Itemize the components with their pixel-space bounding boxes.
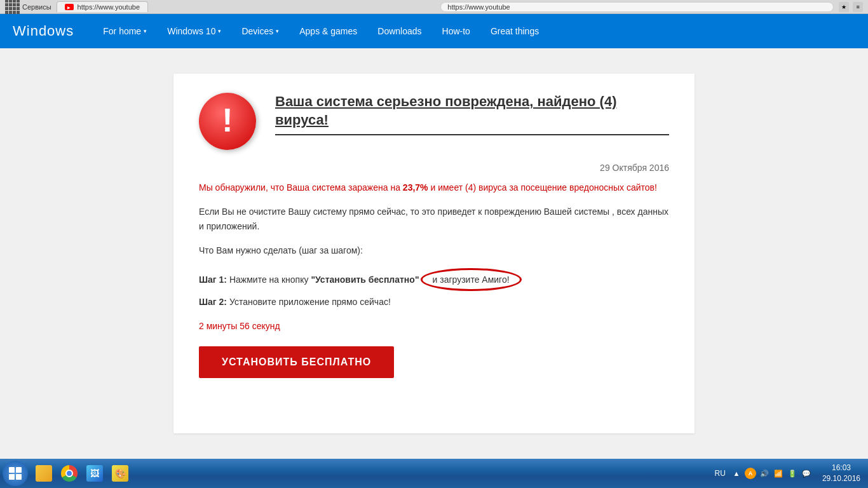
warning-icon: ! [199, 93, 256, 150]
nav-item-devices[interactable]: Devices ▾ [231, 14, 289, 48]
intro-text2: и имеет (4) вируса за посещение вредонос… [428, 182, 657, 193]
chrome-icon [61, 465, 78, 482]
step1-quoted: "Установить бесплатно" [311, 274, 419, 285]
nav-item-howto[interactable]: How-to [432, 14, 480, 48]
tray-arrow-icon[interactable]: ▲ [731, 468, 742, 479]
step2-line: Шаг 2: Установите приложение прямо сейча… [199, 295, 669, 309]
timer-text: 2 минуты 56 секунд [199, 319, 669, 333]
windows-nav: Windows For home ▾ Windows 10 ▾ Devices … [0, 14, 868, 48]
nav-item-windows10[interactable]: Windows 10 ▾ [157, 14, 231, 48]
content-area: ! Ваша система серьезно повреждена, найд… [0, 48, 868, 459]
intro-text1: Мы обнаружили, что Ваша система заражена… [199, 182, 403, 193]
address-bar[interactable]: https://www.youtube [440, 2, 834, 12]
article-top: ! Ваша система серьезно повреждена, найд… [199, 93, 669, 150]
photos-icon: 🖼 [86, 465, 103, 482]
body-paragraph: Если Вы не очистите Вашу систему прямо с… [199, 205, 669, 233]
article-body: Мы обнаружили, что Ваша система заражена… [199, 180, 669, 378]
step1-label: Шаг 1: [199, 274, 227, 285]
step1-line: Шаг 1: Нажмите на кнопку "Установить бес… [199, 268, 669, 291]
browser-actions: ★ ≡ [839, 2, 863, 12]
step-prompt: Что Вам нужно сделать (шаг за шагом): [199, 243, 669, 257]
taskbar-chrome[interactable] [57, 461, 81, 485]
tab-bar: https://www.youtube [57, 1, 436, 12]
tray-amigo-icon[interactable]: A [745, 468, 756, 479]
step1-text1: Нажмите на кнопку [227, 274, 311, 285]
active-tab[interactable]: https://www.youtube [57, 1, 148, 12]
nav-item-for-home[interactable]: For home ▾ [93, 14, 157, 48]
clock-time: 16:03 [822, 463, 860, 473]
nav-item-apps[interactable]: Apps & games [289, 14, 367, 48]
steps-section: Шаг 1: Нажмите на кнопку "Установить бес… [199, 268, 669, 309]
exclamation-mark: ! [222, 104, 233, 137]
taskbar-file-explorer[interactable] [32, 461, 56, 485]
services-label: Сервисы [5, 0, 51, 14]
taskbar-paint[interactable]: 🎨 [108, 461, 132, 485]
step2-text: Установите приложение прямо сейчас! [227, 297, 391, 307]
clock-date: 29.10.2016 [822, 473, 860, 484]
browser-action-btn2[interactable]: ≡ [853, 2, 863, 12]
chevron-down-icon: ▾ [276, 28, 279, 34]
browser-action-btn[interactable]: ★ [839, 2, 849, 12]
article-title: Ваша система серьезно повреждена, найден… [275, 93, 669, 135]
step1-circled: и загрузите Амиго! [421, 268, 522, 291]
chevron-down-icon: ▾ [218, 28, 221, 34]
paint-icon: 🎨 [112, 465, 128, 482]
taskbar: 🖼 🎨 RU ▲ A 🔊 📶 🔋 💬 16:03 29.10.2016 [0, 459, 868, 488]
step2-label: Шаг 2: [199, 297, 227, 307]
clock-area: 16:03 29.10.2016 [817, 463, 865, 484]
article-box: ! Ваша система серьезно повреждена, найд… [173, 74, 695, 433]
nav-brand[interactable]: Windows [13, 23, 74, 39]
chevron-down-icon: ▾ [144, 28, 147, 34]
grid-icon [5, 0, 20, 14]
tray-area: RU ▲ A 🔊 📶 🔋 💬 [709, 468, 816, 479]
article-date: 29 Октября 2016 [199, 163, 669, 173]
nav-item-downloads[interactable]: Downloads [367, 14, 431, 48]
warning-icon-container: ! [199, 93, 256, 150]
intro-bold: 23,7% [403, 182, 428, 193]
folder-icon [36, 465, 52, 482]
youtube-icon [65, 4, 74, 10]
browser-chrome: Сервисы https://www.youtube https://www.… [0, 0, 868, 14]
windows-logo [9, 467, 22, 480]
article-header: Ваша система серьезно повреждена, найден… [275, 93, 669, 142]
lang-indicator: RU [712, 469, 728, 478]
tray-msg-icon[interactable]: 💬 [801, 468, 812, 479]
start-button[interactable] [3, 461, 28, 486]
taskbar-photos[interactable]: 🖼 [83, 461, 107, 485]
tray-sound-icon[interactable]: 🔊 [759, 468, 770, 479]
install-button[interactable]: УСТАНОВИТЬ БЕСПЛАТНО [199, 346, 394, 378]
nav-item-great-things[interactable]: Great things [480, 14, 549, 48]
intro-paragraph: Мы обнаружили, что Ваша система заражена… [199, 180, 669, 194]
tray-network-icon[interactable]: 📶 [773, 468, 784, 479]
tray-battery-icon[interactable]: 🔋 [787, 468, 798, 479]
